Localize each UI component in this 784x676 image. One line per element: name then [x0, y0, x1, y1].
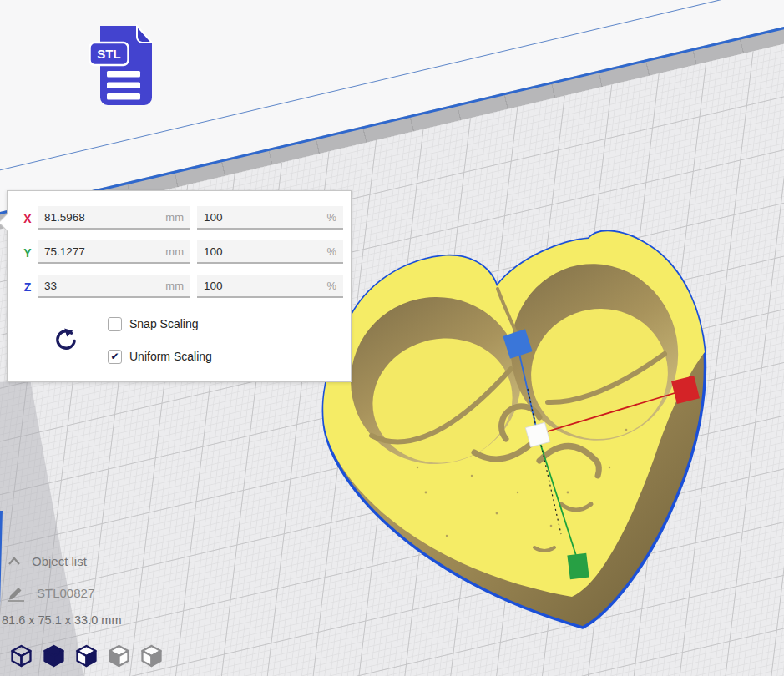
- view-front-icon[interactable]: [43, 644, 65, 668]
- scale-row-x: X mm %: [8, 206, 351, 231]
- uniform-scaling-row: ✔ Uniform Scaling: [108, 348, 212, 365]
- view-right-icon[interactable]: [140, 644, 163, 668]
- camera-view-toolbar: [10, 644, 163, 668]
- scale-row-z: Z mm %: [8, 275, 351, 300]
- scale-x-percent-field: %: [197, 206, 343, 230]
- scale-z-percent-field: %: [197, 275, 343, 298]
- object-list-item[interactable]: STL00827: [37, 586, 94, 600]
- scale-x-percent-input[interactable]: [197, 206, 343, 228]
- edit-icon: [7, 585, 27, 602]
- scale-z-percent-input[interactable]: [197, 275, 343, 296]
- view-left-icon[interactable]: [108, 644, 130, 668]
- reset-scale-button[interactable]: [53, 327, 79, 354]
- snap-scaling-label: Snap Scaling: [129, 317, 199, 330]
- snap-scaling-checkbox[interactable]: [108, 317, 122, 331]
- scale-z-mm-field: mm: [38, 275, 190, 298]
- model-heart[interactable]: [301, 217, 718, 643]
- scale-y-mm-field: mm: [38, 240, 190, 264]
- axis-x-label: X: [21, 212, 34, 225]
- uniform-scaling-label: Uniform Scaling: [129, 350, 212, 363]
- stl-file-icon: STL: [89, 24, 159, 106]
- object-list-collapse-button[interactable]: [7, 556, 22, 566]
- axis-z-label: Z: [21, 280, 34, 294]
- view-3d-icon[interactable]: [10, 644, 33, 668]
- stl-badge-label: STL: [97, 47, 120, 61]
- scale-tool-panel: X mm % Y mm % Z mm %: [7, 190, 352, 382]
- scale-x-mm-input[interactable]: [38, 206, 190, 228]
- view-top-icon[interactable]: [75, 644, 98, 668]
- axis-y-label: Y: [21, 246, 34, 260]
- scale-y-percent-field: %: [197, 240, 343, 264]
- snap-scaling-row: Snap Scaling: [108, 315, 199, 332]
- scale-handle-y[interactable]: [567, 553, 589, 580]
- scale-y-mm-input[interactable]: [38, 240, 190, 262]
- scale-row-y: Y mm %: [8, 240, 351, 265]
- scale-z-mm-input[interactable]: [38, 275, 190, 296]
- chevron-up-icon: [9, 558, 19, 564]
- scale-y-percent-input[interactable]: [197, 240, 343, 262]
- model-dimensions-label: 81.6 x 75.1 x 33.0 mm: [2, 613, 121, 627]
- object-list-header[interactable]: Object list: [32, 554, 87, 568]
- scale-x-mm-field: mm: [38, 206, 190, 230]
- uniform-scaling-checkbox[interactable]: ✔: [108, 350, 122, 364]
- reset-icon: [58, 331, 74, 348]
